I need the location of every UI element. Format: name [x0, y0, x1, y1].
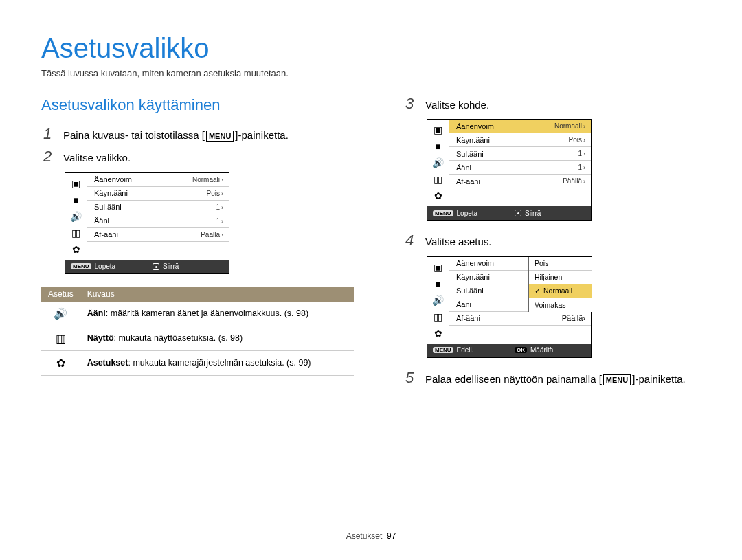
camera-icon: ▣	[434, 125, 442, 135]
check-icon: ✓	[535, 287, 541, 295]
ok-pill-icon: OK	[515, 347, 527, 353]
row-label: Af-ääni	[94, 230, 118, 238]
menu-pill-icon: MENU	[433, 210, 453, 216]
step-3: 3 Valitse kohde.	[403, 96, 701, 112]
row-label: Af-ääni	[456, 177, 480, 186]
page-subtitle: Tässä luvussa kuvataan, miten kameran as…	[41, 68, 701, 78]
row-label: Äänenvoim	[456, 122, 494, 131]
menu-button-label: MENU	[603, 374, 631, 385]
row-value: Normaali	[554, 122, 582, 130]
gear-icon: ✿	[72, 245, 80, 254]
row-label: Af-ääni	[456, 314, 480, 322]
settings-description-table: Asetus Kuvaus 🔊 Ääni: määritä kameran ää…	[41, 287, 354, 376]
display-icon: ▥	[434, 175, 442, 184]
row-label: Sul.ääni	[456, 287, 484, 295]
desc-bold: Ääni	[87, 309, 106, 318]
row-value: Päällä	[201, 231, 220, 238]
row-label: Ääni	[456, 164, 471, 172]
menu-pill-icon: MENU	[71, 263, 91, 269]
step-number: 4	[403, 233, 416, 249]
desc-bold: Asetukset	[87, 358, 128, 368]
step5-text-b: ]-painiketta.	[632, 373, 686, 385]
row-label: Ääni	[94, 216, 109, 225]
step3-text: Valitse kohde.	[425, 96, 489, 112]
foot-move: Siirrä	[163, 262, 179, 270]
row-value: 1	[578, 164, 582, 171]
lcd-screenshot-1: ▣ ■ 🔊 ▥ ✿ ÄänenvoimNormaali› Käyn.ääniPo…	[65, 172, 229, 274]
sound-icon: 🔊	[432, 158, 444, 168]
foot-move: Siirrä	[525, 210, 541, 217]
row-value: Pois	[569, 136, 582, 144]
nav-icon	[515, 210, 521, 216]
page-title: Asetusvalikko	[41, 33, 701, 64]
row-label: Äänenvoim	[94, 175, 132, 183]
foot-set: Määritä	[530, 346, 553, 354]
step-number: 3	[403, 96, 416, 112]
step4-text: Valitse asetus.	[425, 233, 491, 249]
row-value: Pois	[207, 190, 220, 197]
video-icon: ■	[435, 279, 440, 289]
lcd-screenshot-3: ▣ ■ 🔊 ▥ ✿ Äänenvoim Käyn.ääni Sul.ääni Ä…	[427, 256, 592, 358]
section-heading: Asetusvalikon käyttäminen	[41, 96, 354, 114]
option-loud: Voimakas	[535, 301, 566, 309]
camera-icon: ▣	[71, 179, 80, 188]
option-off: Pois	[535, 259, 548, 267]
row-value: 1	[578, 150, 582, 157]
step-4: 4 Valitse asetus.	[403, 233, 701, 249]
lcd-screenshot-2: ▣ ■ 🔊 ▥ ✿ ÄänenvoimNormaali› Käyn.ääniPo…	[427, 119, 592, 221]
gear-icon: ✿	[41, 350, 80, 375]
video-icon: ■	[73, 195, 78, 205]
step-number: 2	[41, 149, 54, 165]
gear-icon: ✿	[434, 191, 442, 201]
foot-back: Edell.	[457, 346, 474, 354]
display-icon: ▥	[41, 326, 80, 350]
row-value: 1	[216, 217, 220, 225]
desc-text: : mukauta näyttöasetuksia. (s. 98)	[114, 333, 243, 343]
step5-text-a: Palaa edelliseen näyttöön painamalla [	[425, 373, 602, 385]
row-label: Äänenvoim	[456, 259, 494, 267]
gear-icon: ✿	[434, 328, 442, 338]
desc-text: : määritä kameran äänet ja äänenvoimakku…	[106, 309, 308, 318]
row-value: Päällä	[563, 177, 582, 185]
row-label: Sul.ääni	[456, 150, 484, 158]
row-label: Sul.ääni	[94, 203, 122, 211]
step1-text-a: Paina kuvaus- tai toistotilassa [	[63, 129, 205, 141]
step-number: 1	[41, 126, 54, 142]
video-icon: ■	[435, 142, 440, 151]
display-icon: ▥	[434, 312, 442, 322]
step-number: 5	[403, 370, 416, 386]
camera-icon: ▣	[434, 262, 442, 272]
step2-text: Valitse valikko.	[63, 149, 131, 165]
foot-exit: Lopeta	[95, 262, 116, 270]
row-label: Käyn.ääni	[456, 136, 490, 144]
sound-icon: 🔊	[41, 302, 80, 326]
desc-text: : mukauta kamerajärjestelmän asetuksia. …	[128, 358, 311, 368]
nav-icon	[153, 263, 159, 270]
step-1: 1 Paina kuvaus- tai toistotilassa [MENU]…	[41, 126, 354, 142]
row-value: Normaali	[192, 176, 220, 183]
step-5: 5 Palaa edelliseen näyttöön painamalla […	[403, 370, 701, 386]
footer-section: Asetukset	[346, 531, 383, 541]
page-footer: Asetukset 97	[0, 531, 742, 541]
row-value: Päällä	[562, 314, 583, 322]
option-quiet: Hiljainen	[535, 273, 562, 281]
foot-exit: Lopeta	[457, 210, 478, 217]
th-description: Kuvaus	[80, 287, 354, 302]
option-normal: Normaali	[543, 287, 572, 295]
desc-bold: Näyttö	[87, 333, 114, 343]
footer-page: 97	[387, 531, 396, 541]
row-value: 1	[216, 203, 220, 211]
menu-pill-icon: MENU	[433, 347, 453, 353]
step-2: 2 Valitse valikko.	[41, 149, 354, 165]
row-label: Käyn.ääni	[94, 189, 128, 197]
row-label: Ääni	[456, 300, 471, 309]
step1-text-b: ]-painiketta.	[235, 129, 289, 141]
menu-button-label: MENU	[206, 131, 234, 142]
th-setting: Asetus	[41, 287, 80, 302]
sound-icon: 🔊	[70, 212, 82, 221]
sound-icon: 🔊	[432, 295, 444, 305]
display-icon: ▥	[71, 228, 80, 238]
row-label: Käyn.ääni	[456, 273, 490, 281]
